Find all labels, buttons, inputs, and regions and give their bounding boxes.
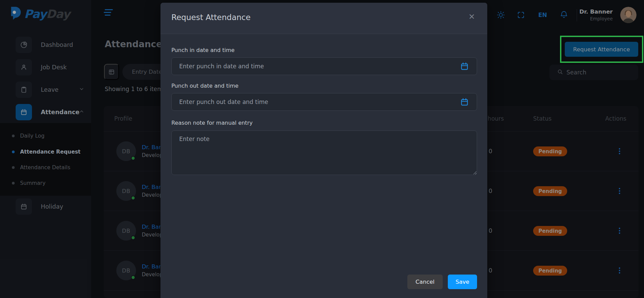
app-root: PayDay Dashboard Job Desk Leave bbox=[0, 0, 644, 298]
calendar-picker-icon[interactable] bbox=[460, 97, 469, 107]
calendar-picker-icon[interactable] bbox=[460, 62, 469, 71]
request-attendance-modal: Request Attendance ✕ Punch in date and t… bbox=[160, 3, 487, 298]
modal-title: Request Attendance bbox=[171, 13, 251, 22]
punch-out-input[interactable] bbox=[171, 93, 477, 111]
note-label: Reason note for manual entry bbox=[171, 120, 253, 126]
modal-header: Request Attendance ✕ bbox=[160, 3, 487, 34]
punch-out-label: Punch out date and time bbox=[171, 83, 238, 89]
save-button[interactable]: Save bbox=[448, 275, 477, 289]
note-textarea[interactable] bbox=[171, 130, 477, 175]
punch-in-input[interactable] bbox=[171, 57, 477, 75]
close-icon[interactable]: ✕ bbox=[469, 12, 475, 21]
punch-in-label: Punch in date and time bbox=[171, 47, 235, 53]
annotation-highlight-box bbox=[560, 36, 643, 63]
cancel-button[interactable]: Cancel bbox=[407, 275, 443, 289]
